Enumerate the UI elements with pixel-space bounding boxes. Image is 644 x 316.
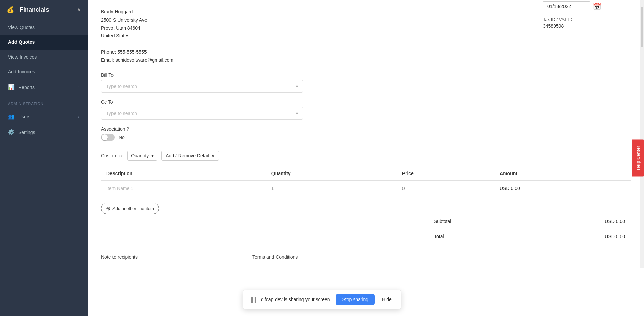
screen-share-banner: ▐▐ gifcap.dev is sharing your screen. St… <box>243 290 401 309</box>
total-label: Total <box>434 234 444 239</box>
subtotal-value: USD 0.00 <box>605 219 625 224</box>
settings-icon: ⚙️ <box>8 129 15 135</box>
sidebar-item-users[interactable]: 👥 Users › <box>0 108 88 124</box>
main-content: Brady Hoggard 2500 S University Ave Prov… <box>88 0 644 316</box>
quantity-dropdown-arrow: ▾ <box>151 153 154 158</box>
customize-row: Customize Quantity ▾ Add / Remove Detail… <box>101 151 631 161</box>
bill-to-dropdown-arrow: ▾ <box>296 84 298 89</box>
screen-share-message: gifcap.dev is sharing your screen. <box>261 297 331 302</box>
calendar-icon[interactable]: 📅 <box>593 2 601 10</box>
hide-button[interactable]: Hide <box>379 295 394 304</box>
add-line-label: Add another line item <box>112 206 154 211</box>
sidebar-item-add-quotes[interactable]: Add Quotes <box>0 35 88 50</box>
col-header-amount: Amount <box>494 167 631 181</box>
address-phone: Phone: 555-555-5555 <box>101 48 631 56</box>
add-remove-label: Add / Remove Detail <box>166 153 209 158</box>
scrollbar-thumb <box>641 7 643 47</box>
quantity-label: Quantity <box>131 153 149 158</box>
item-amount: USD 0.00 <box>494 181 631 196</box>
item-quantity: 1 <box>266 181 397 196</box>
cc-to-label: Cc To <box>101 99 631 105</box>
col-header-price: Price <box>397 167 494 181</box>
administration-section-label: Administration <box>0 95 88 108</box>
add-line-item-button[interactable]: ⊕ Add another line item <box>101 203 159 214</box>
sidebar-item-view-invoices[interactable]: View Invoices <box>0 50 88 64</box>
sidebar-item-reports[interactable]: 📊 Reports › <box>0 79 88 95</box>
total-row: Total USD 0.00 <box>428 229 631 244</box>
sidebar-brand-chevron: ∨ <box>77 7 81 12</box>
users-icon: 👥 <box>8 113 15 120</box>
sidebar-item-add-invoices[interactable]: Add Invoices <box>0 64 88 79</box>
sidebar: 💰 Financials ∨ View Quotes Add Quotes Vi… <box>0 0 88 316</box>
address-line3: United States <box>101 32 631 40</box>
items-table: Description Quantity Price Amount Item N… <box>101 167 631 196</box>
table-row: Item Name 1 1 0 USD 0.00 <box>101 181 631 196</box>
association-toggle-value: No <box>119 135 125 140</box>
tax-id-label: Tax ID / VAT ID <box>543 17 631 22</box>
terms-and-conditions-label: Terms and Conditions <box>252 254 298 260</box>
scrollbar[interactable] <box>640 0 644 268</box>
item-price: 0 <box>397 181 494 196</box>
subtotal-row: Subtotal USD 0.00 <box>428 214 631 229</box>
note-to-recipients-label: Note to recipients <box>101 254 138 260</box>
add-remove-chevron: ∨ <box>211 153 215 158</box>
settings-chevron: › <box>78 130 79 135</box>
totals-section: Subtotal USD 0.00 Total USD 0.00 <box>428 214 631 244</box>
cc-to-select[interactable]: Type to search ▾ <box>101 107 303 120</box>
cc-to-placeholder: Type to search <box>106 110 137 116</box>
association-section: Association ? No <box>101 126 631 141</box>
bill-to-label: Bill To <box>101 72 631 78</box>
subtotal-label: Subtotal <box>434 219 451 224</box>
add-remove-detail-button[interactable]: Add / Remove Detail ∨ <box>161 151 219 161</box>
add-line-icon: ⊕ <box>106 205 110 212</box>
help-center-label: Help Center <box>636 146 641 170</box>
tax-id-value: 34589598 <box>543 23 631 29</box>
help-center-tab[interactable]: Help Center <box>632 140 644 177</box>
users-chevron: › <box>78 114 79 119</box>
toggle-knob <box>102 134 108 140</box>
col-header-description: Description <box>101 167 266 181</box>
reports-icon: 📊 <box>8 84 15 90</box>
stop-sharing-button[interactable]: Stop sharing <box>336 294 375 305</box>
sidebar-item-settings[interactable]: ⚙️ Settings › <box>0 124 88 140</box>
association-toggle[interactable] <box>101 134 115 141</box>
date-input[interactable] <box>543 1 590 11</box>
cc-to-dropdown-arrow: ▾ <box>296 111 298 116</box>
customize-label: Customize <box>101 153 123 158</box>
reports-chevron: › <box>78 85 79 90</box>
sidebar-brand-title: Financials <box>20 6 49 13</box>
bill-to-section: Bill To Type to search ▾ <box>101 72 631 93</box>
col-header-quantity: Quantity <box>266 167 397 181</box>
bill-to-placeholder: Type to search <box>106 84 137 89</box>
association-label: Association ? <box>101 126 631 132</box>
bill-to-select[interactable]: Type to search ▾ <box>101 80 303 93</box>
cc-to-section: Cc To Type to search ▾ <box>101 99 631 120</box>
address-email: Email: sonidosoftware@gmail.com <box>101 56 631 64</box>
item-description[interactable]: Item Name 1 <box>101 181 266 196</box>
right-panel: 📅 Tax ID / VAT ID 34589598 <box>543 0 631 29</box>
date-field-wrapper: 📅 <box>543 1 631 11</box>
sidebar-brand[interactable]: 💰 Financials ∨ <box>0 0 88 20</box>
total-value: USD 0.00 <box>605 234 625 239</box>
financials-icon: 💰 <box>7 6 16 13</box>
screen-share-icon: ▐▐ <box>250 297 256 302</box>
sidebar-item-view-quotes[interactable]: View Quotes <box>0 20 88 35</box>
bottom-labels: Note to recipients Terms and Conditions <box>101 254 631 260</box>
quantity-select[interactable]: Quantity ▾ <box>127 151 157 161</box>
